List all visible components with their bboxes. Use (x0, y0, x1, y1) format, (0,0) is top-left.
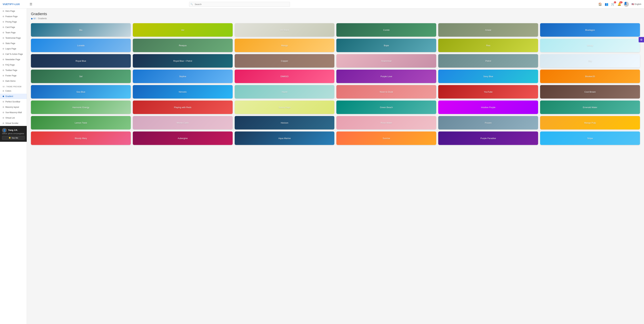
gradient-card-lemon-twist[interactable]: Lemon Twist (31, 116, 131, 130)
gradient-card-skyline[interactable]: Skyline (133, 70, 233, 83)
gradient-card-copper[interactable]: Copper (235, 54, 334, 68)
sidebar-item-label: Team Page (6, 32, 16, 34)
sidebar-item-virtual-list[interactable]: Virtual List (0, 115, 27, 120)
sidebar-item-gradient[interactable]: Gradient (0, 94, 27, 99)
sidebar-item-toolbar-page[interactable]: Toolbar Page (0, 68, 27, 73)
sidebar-item-virtual-scroller[interactable]: Virtual Scroller (0, 120, 27, 126)
sidebar-item-dot (3, 43, 4, 44)
sidebar-item-label: Virtual List (6, 117, 15, 119)
star-button[interactable]: ⭐ Star-Me (2, 136, 25, 140)
breadcrumb-root[interactable]: ◆ UI (31, 17, 36, 20)
gradient-card-youtube[interactable]: YouTube (438, 85, 538, 98)
gradient-card-emerald-water[interactable]: Emerald Water (540, 100, 640, 114)
search-input[interactable] (189, 2, 290, 7)
breadcrumb: ◆ UI / Gradients (31, 17, 640, 20)
gradient-card-sel[interactable]: Sel (31, 70, 131, 83)
sidebar-item-cta-page[interactable]: Call To Action Page (0, 52, 27, 57)
notifications-icon[interactable]: 🔔37 (618, 2, 621, 6)
gradient-card-sunrise[interactable]: Sunrise (336, 132, 436, 145)
gradient-card-lunada[interactable]: Lunada (31, 39, 131, 52)
gradient-card-rose-water[interactable]: Rose Water (336, 116, 436, 130)
gradient-card-intuitive-purple[interactable]: Intuitive Purple (438, 100, 538, 114)
sidebar-item-card-page[interactable]: Card Page (0, 24, 27, 30)
gradient-card-sea-blue[interactable]: Sea Blue (31, 85, 131, 98)
gradient-card-frozen[interactable]: Frozen (438, 116, 538, 130)
sidebar-item-masonry-layout[interactable]: Masonry layout (0, 104, 27, 110)
gradient-card-noon-to-dusk[interactable]: Noon to Dusk (336, 85, 436, 98)
sidebar-item-dot (3, 112, 4, 113)
sidebar-item-logos-page[interactable]: Logos Page (0, 46, 27, 52)
gradient-card-bupe[interactable]: Bupe (336, 39, 436, 52)
gradient-card-petrol[interactable]: Petrol (438, 54, 538, 68)
gradient-card-royal-blue--petrol[interactable]: Royal Blue + Petrol (133, 54, 233, 68)
sidebar-item-label: Gradient (6, 95, 13, 98)
gradient-card-horizon[interactable]: Horizon (235, 116, 334, 130)
gradient-card-harmonic-energy[interactable]: Harmonic Energy (31, 100, 131, 114)
language-selector[interactable]: 🇺🇸 English (632, 3, 641, 6)
gradient-card-dimigo[interactable]: DIMIGO (235, 70, 334, 83)
sidebar-item-label: Perfect Scrollbar (6, 100, 20, 103)
gradient-card-blu[interactable]: Blu (31, 23, 131, 37)
cart-badge: 2 (614, 1, 616, 3)
gradient-card-hazel[interactable]: Hazel (235, 85, 334, 98)
sidebar-item-feature-page[interactable]: Feature Page (0, 14, 27, 19)
gradient-card-ver-black[interactable]: Ver Black (235, 23, 334, 37)
sidebar-item-newsletter-page[interactable]: Newsletter Page (0, 57, 27, 62)
sidebar-item-colors[interactable]: Colors (0, 88, 27, 94)
topnav: VUETIFY-LUX ☰ 🏠 👥 🛒2 🔔37 👤 🇺🇸 English (0, 0, 644, 8)
sidebar-avatar: 👤 (2, 128, 7, 133)
sidebar-item-dot (3, 21, 4, 22)
gradient-card-purple-paradise[interactable]: Purple Paradise (438, 132, 538, 145)
avatar[interactable]: 👤 (624, 2, 629, 7)
sidebar-item-footer-page[interactable]: Footer Page (0, 73, 27, 78)
gradient-card-rea[interactable]: Rea (438, 39, 538, 52)
hamburger-menu[interactable]: ☰ (30, 2, 32, 6)
users-icon[interactable]: 👥 (605, 2, 608, 6)
gradient-card-monte-carlo[interactable]: Monte Carlo (133, 116, 233, 130)
sidebar-item-label: Newsletter Page (6, 58, 20, 61)
gradient-card-aubergine[interactable]: Aubergine (133, 132, 233, 145)
gradient-card-anamnisar[interactable]: Anamnisar (336, 54, 436, 68)
gradient-card-green-beach[interactable]: Green Beach (336, 100, 436, 114)
sidebar-item-label: Testimonial Page (6, 37, 21, 39)
sidebar-item-stats-page[interactable]: Stats Page (0, 41, 27, 46)
cart-icon[interactable]: 🛒2 (611, 2, 615, 6)
sidebar-item-perfect-scrollbar[interactable]: Perfect Scrollbar (0, 99, 27, 104)
sidebar-item-label: Hero Page (6, 10, 15, 12)
sidebar-footer: 👤 Yang J.K. Github: github.com/yangjiaka… (0, 126, 27, 142)
gradient-card-purple-love[interactable]: Purple Love (336, 70, 436, 83)
sidebar-item-dot (3, 75, 4, 76)
gradient-card-reaqua[interactable]: Reaqua (133, 39, 233, 52)
sidebar-item-label: Card Page (6, 26, 15, 28)
gradient-card-stripe[interactable]: Stripe (540, 132, 640, 145)
gradient-card-sexy-blue[interactable]: Sexy Blue (438, 70, 538, 83)
gradient-card-playing-with-reds[interactable]: Playing with Reds (133, 100, 233, 114)
main-content: Gradients ◆ UI / Gradients BluVerVer Bla… (27, 8, 644, 324)
gradient-card-sunny-days[interactable]: Sunny Days (235, 100, 334, 114)
gradient-card-royal-blue[interactable]: Royal Blue (31, 54, 131, 68)
sidebar-item-hero-page[interactable]: Hero Page (0, 8, 27, 14)
sidebar-item-dark-demo[interactable]: Dark Demo (0, 78, 27, 84)
settings-fab[interactable]: ⚙ (638, 37, 644, 42)
sidebar-item-team-page[interactable]: Team Page (0, 30, 27, 35)
gradient-card-mango-pulp[interactable]: Mango Pulp (540, 116, 640, 130)
gradient-card-cool-brown[interactable]: Cool Brown (540, 85, 640, 98)
gradient-card-combi[interactable]: Combi (336, 23, 436, 37)
gradient-card-ver[interactable]: Ver (133, 23, 233, 37)
gradient-card-nimvelo[interactable]: Nimvelo (133, 85, 233, 98)
gradient-card-anwar[interactable]: Anwar (438, 23, 538, 37)
gradient-card-blooker20[interactable]: Blooker20 (540, 70, 640, 83)
gradient-card-bluelagoo[interactable]: Bluelagoo (540, 23, 640, 37)
sidebar-item-faq-page[interactable]: FAQ Page (0, 62, 27, 68)
sidebar-item-pricing-page[interactable]: Pricing Page (0, 19, 27, 24)
gradient-card-bloody-mary[interactable]: Bloody Mary (31, 132, 131, 145)
home-icon[interactable]: 🏠 (598, 2, 602, 6)
gradient-card-windy[interactable]: Windy (540, 39, 640, 52)
sidebar-item-testimonial-page[interactable]: Testimonial Page (0, 35, 27, 41)
gradient-card-mango[interactable]: Mango (235, 39, 334, 52)
sidebar-item-vue-masonry-wall[interactable]: Vue-Masonry-Wall (0, 110, 27, 115)
sidebar-item-label: Footer Page (6, 74, 16, 77)
gradient-card-aqua-marine[interactable]: Aqua Marine (235, 132, 334, 145)
gradient-card-sky[interactable]: Sky (540, 54, 640, 68)
sidebar-item-dot (3, 59, 4, 60)
